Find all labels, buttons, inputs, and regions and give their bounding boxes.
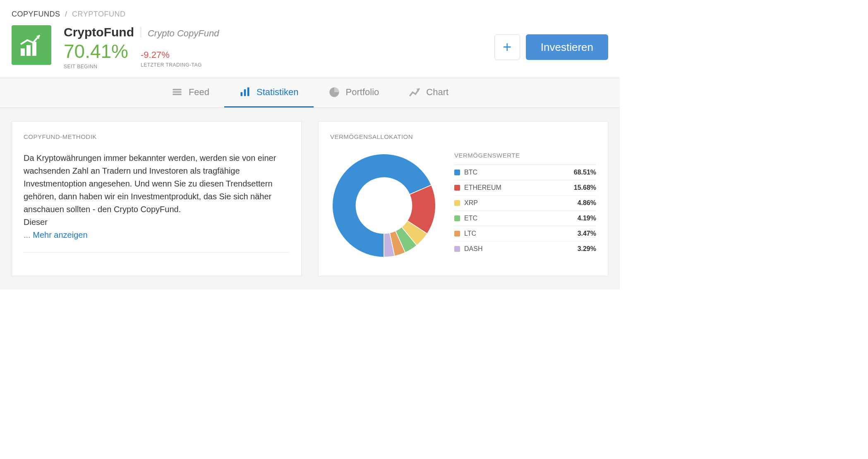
legend-name: DASH xyxy=(464,245,578,253)
allocation-card: VERMÖGENSALLOKATION VERMÖGENSWERTE BTC68… xyxy=(318,121,608,276)
allocation-donut-chart xyxy=(330,152,438,259)
tab-statistics[interactable]: Statistiken xyxy=(224,78,314,108)
legend-value: 3.47% xyxy=(578,230,596,237)
tab-feed[interactable]: Feed xyxy=(156,78,224,108)
breadcrumb-current: CRYPTOFUND xyxy=(72,10,125,18)
title-divider xyxy=(141,27,141,37)
header-actions: + Investieren xyxy=(494,34,608,60)
methodology-text: Da Kryptowährungen immer bekannter werde… xyxy=(24,152,290,241)
legend-row-dash[interactable]: DASH3.29% xyxy=(454,241,596,256)
legend-name: LTC xyxy=(464,230,578,237)
chart-growth-icon xyxy=(18,32,45,58)
legend-swatch xyxy=(454,215,460,221)
legend-value: 68.51% xyxy=(574,169,596,176)
tab-chart[interactable]: Chart xyxy=(394,78,463,108)
metric-since-begin: 70.41% SEIT BEGINN xyxy=(64,41,128,69)
legend-row-xrp[interactable]: XRP4.86% xyxy=(454,195,596,210)
legend-name: BTC xyxy=(464,169,574,176)
breadcrumb-separator: / xyxy=(65,10,67,18)
fund-icon xyxy=(12,25,51,65)
methodology-title: COPYFUND-METHODIK xyxy=(24,133,290,140)
last-day-label: LETZTER TRADING-TAG xyxy=(141,62,202,68)
methodology-paragraph-2: Dieser xyxy=(24,218,48,227)
methodology-card: COPYFUND-METHODIK Da Kryptowährungen imm… xyxy=(12,121,302,276)
svg-rect-6 xyxy=(173,93,181,95)
tab-portfolio-label: Portfolio xyxy=(346,87,379,98)
metric-last-day: -9.27% LETZTER TRADING-TAG xyxy=(141,42,202,68)
last-day-value: -9.27% xyxy=(141,50,170,60)
since-begin-label: SEIT BEGINN xyxy=(64,64,128,69)
svg-rect-7 xyxy=(241,92,243,96)
tabs: Feed Statistiken Portfolio Chart xyxy=(0,78,620,108)
breadcrumb: COPYFUNDS / CRYPTOFUND xyxy=(0,0,620,24)
show-more-link[interactable]: Mehr anzeigen xyxy=(33,230,87,239)
fund-header-info: CryptoFund Crypto CopyFund 70.41% SEIT B… xyxy=(64,25,494,69)
svg-rect-1 xyxy=(26,45,31,56)
legend-row-btc[interactable]: BTC68.51% xyxy=(454,165,596,180)
ellipsis: ... xyxy=(24,230,33,239)
legend-row-etc[interactable]: ETC4.19% xyxy=(454,210,596,226)
fund-header: CryptoFund Crypto CopyFund 70.41% SEIT B… xyxy=(0,24,620,78)
methodology-paragraph: Da Kryptowährungen immer bekannter werde… xyxy=(24,153,276,214)
svg-rect-2 xyxy=(32,42,36,56)
legend-value: 15.68% xyxy=(574,184,596,191)
svg-rect-4 xyxy=(173,88,181,90)
legend-swatch xyxy=(454,200,460,206)
svg-rect-0 xyxy=(21,48,25,56)
tab-portfolio[interactable]: Portfolio xyxy=(314,78,394,108)
legend-swatch xyxy=(454,185,460,191)
tab-chart-label: Chart xyxy=(426,87,448,98)
tab-feed-label: Feed xyxy=(189,87,209,98)
legend-value: 4.19% xyxy=(578,215,596,222)
feed-icon xyxy=(171,86,183,98)
trend-icon xyxy=(409,86,420,98)
pie-chart-icon xyxy=(328,86,340,98)
invest-button[interactable]: Investieren xyxy=(526,34,608,60)
allocation-legend: VERMÖGENSWERTE BTC68.51%ETHEREUM15.68%XR… xyxy=(454,152,596,256)
fund-subtitle: Crypto CopyFund xyxy=(148,28,219,39)
legend-name: XRP xyxy=(464,199,578,207)
legend-value: 3.29% xyxy=(578,245,596,253)
svg-rect-5 xyxy=(173,91,181,93)
since-begin-value: 70.41% xyxy=(64,41,128,62)
legend-name: ETC xyxy=(464,215,578,222)
plus-icon: + xyxy=(503,38,511,56)
tab-statistics-label: Statistiken xyxy=(257,87,299,98)
svg-rect-8 xyxy=(244,89,246,96)
legend-name: ETHEREUM xyxy=(464,184,574,191)
legend-swatch xyxy=(454,246,460,252)
allocation-legend-title: VERMÖGENSWERTE xyxy=(454,152,596,159)
card-divider xyxy=(24,252,290,253)
legend-swatch xyxy=(454,170,460,175)
legend-swatch xyxy=(454,231,460,237)
legend-value: 4.86% xyxy=(578,199,596,207)
fund-title: CryptoFund xyxy=(64,25,134,39)
allocation-title: VERMÖGENSALLOKATION xyxy=(330,133,596,140)
bar-chart-icon xyxy=(239,86,251,98)
content-area: COPYFUND-METHODIK Da Kryptowährungen imm… xyxy=(0,108,620,289)
svg-rect-9 xyxy=(247,87,249,96)
legend-row-ltc[interactable]: LTC3.47% xyxy=(454,226,596,241)
legend-row-ethereum[interactable]: ETHEREUM15.68% xyxy=(454,180,596,195)
breadcrumb-root[interactable]: COPYFUNDS xyxy=(12,10,60,18)
add-to-watchlist-button[interactable]: + xyxy=(494,34,520,60)
